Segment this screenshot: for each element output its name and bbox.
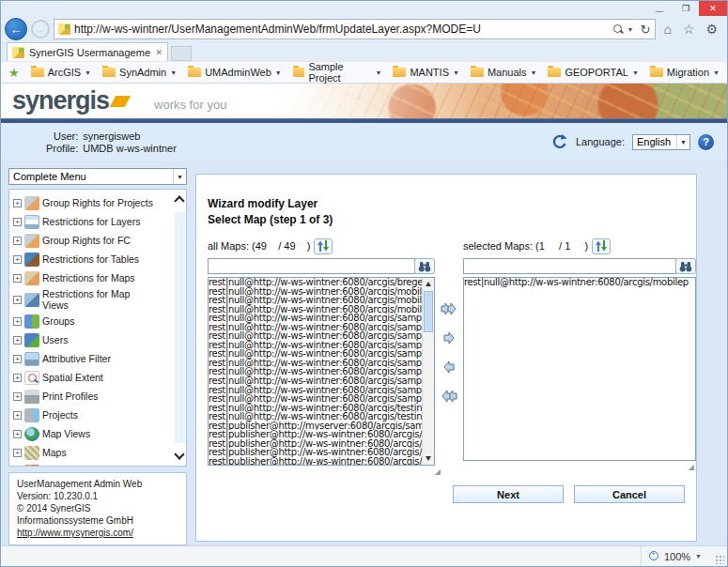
sidebar-item-label[interactable]: Print Profiles <box>42 391 99 403</box>
sidebar-item-label[interactable]: Restrictions for Map Views <box>42 289 144 311</box>
map-list-item[interactable]: rest|null@http://w-ws-wintner:6080/arcgi… <box>209 331 422 341</box>
sidebar-item-maps[interactable]: Maps <box>13 445 173 461</box>
add-selected-button[interactable] <box>439 329 459 347</box>
map-list-item[interactable]: rest|null@http://w-ws-wintner:6080/arcgi… <box>209 278 422 287</box>
map-list-item[interactable]: rest|null@http://w-ws-wintner:6080/arcgi… <box>209 305 422 314</box>
maximize-button[interactable] <box>673 1 699 16</box>
favorites-star-icon[interactable]: ☆ <box>679 22 699 37</box>
favorites-folder[interactable]: Sample Project ▼ <box>293 61 382 84</box>
url-text[interactable]: http://w-ws-wintner/UserManagementAdminW… <box>74 23 610 36</box>
map-list-item[interactable]: rest|null@http://w-ws-wintner:6080/arcgi… <box>209 287 422 297</box>
map-list-item[interactable]: rest|null@http://w-ws-wintner:6080/arcgi… <box>209 323 422 332</box>
language-select[interactable]: English ▼ <box>632 134 690 150</box>
expand-plus-icon[interactable] <box>13 392 22 401</box>
chevron-down-icon[interactable]: ▼ <box>170 69 177 76</box>
back-button[interactable]: ← <box>5 18 27 40</box>
sidebar-item-label[interactable]: Group Rights for Projects <box>42 198 153 209</box>
add-favorite-icon[interactable]: ★ <box>8 66 20 80</box>
expand-plus-icon[interactable] <box>13 449 22 457</box>
favorites-folder-label[interactable]: ArcGIS <box>48 67 81 78</box>
sidebar-item-restrictions-map-views[interactable]: Restrictions for Map Views <box>13 289 173 311</box>
map-list-item[interactable]: rest|publisher@http://w-ws-wintner:6080/… <box>209 448 422 457</box>
reload-profile-icon[interactable] <box>550 133 568 151</box>
sidebar-item-label[interactable]: Restrictions for Maps <box>42 273 135 284</box>
minimize-button[interactable] <box>646 1 673 16</box>
sort-swap-button[interactable] <box>314 238 333 254</box>
close-button[interactable] <box>699 1 727 16</box>
sidebar-item-group-rights-projects[interactable]: Group Rights for Projects <box>13 195 173 211</box>
chevron-down-icon[interactable]: ▼ <box>375 69 381 76</box>
menu-mode-select[interactable]: Complete Menu ▼ <box>8 168 187 185</box>
sidebar-item-restrictions-tables[interactable]: Restrictions for Tables <box>13 252 173 268</box>
favorites-folder[interactable]: GEOPORTAL ▼ <box>548 67 638 78</box>
search-dropdown-icon[interactable]: ▼ <box>627 26 634 33</box>
scroll-up-icon[interactable] <box>174 195 184 206</box>
browser-tab[interactable]: SynerGIS Usermanagement ... ✕ <box>7 42 168 61</box>
map-list-item[interactable]: rest|null@http://w-ws-wintner:6080/arcgi… <box>209 412 422 421</box>
expand-plus-icon[interactable] <box>13 218 22 226</box>
filter-search-button[interactable] <box>675 258 696 274</box>
favorites-folder-label[interactable]: Manuals <box>488 67 527 78</box>
cancel-button[interactable]: Cancel <box>574 485 685 503</box>
selected-maps-listbox[interactable]: rest|null@http://w-ws-wintner:6080/arcgi… <box>463 277 696 461</box>
sidebar-item-label[interactable]: Restrictions for Tables <box>42 254 139 266</box>
chevron-down-icon[interactable]: ▼ <box>632 69 639 76</box>
sidebar-item-label[interactable]: Spatial Extent <box>42 373 103 384</box>
tab-title[interactable]: SynerGIS Usermanagement ... <box>29 47 150 58</box>
zoom-control[interactable]: 100% ▼ <box>641 546 709 566</box>
map-list-item[interactable]: rest|null@http://w-ws-wintner:6080/arcgi… <box>209 341 422 350</box>
scroll-down-icon[interactable] <box>174 449 184 459</box>
sidebar-item-label[interactable]: Maps <box>42 448 67 459</box>
map-list-item[interactable]: rest|publisher@http://myserver:6080/arcg… <box>209 421 422 431</box>
sidebar-item-layers[interactable]: Layers <box>13 464 173 467</box>
map-list-item[interactable]: rest|null@http://w-ws-wintner:6080/arcgi… <box>209 359 422 368</box>
sidebar-item-attributive-filter[interactable]: Attributive Filter <box>13 351 173 367</box>
favorites-folder[interactable]: Manuals ▼ <box>471 67 537 78</box>
listbox-scrollbar[interactable] <box>422 278 434 465</box>
map-list-item[interactable]: rest|null@http://w-ws-wintner:6080/arcgi… <box>209 376 422 386</box>
sidebar-item-projects[interactable]: Projects <box>13 407 173 423</box>
favorites-folder[interactable]: MANTIS ▼ <box>393 67 459 78</box>
sidebar-item-restrictions-layers[interactable]: Restrictions for Layers <box>13 214 173 230</box>
sidebar-item-label[interactable]: Attributive Filter <box>42 354 111 365</box>
sidebar-item-label[interactable]: Users <box>42 335 68 346</box>
expand-plus-icon[interactable] <box>13 411 22 420</box>
remove-all-button[interactable] <box>439 387 459 406</box>
sidebar-item-label[interactable]: Projects <box>42 410 78 421</box>
search-icon[interactable] <box>613 24 624 35</box>
favorites-folder[interactable]: SynAdmin ▼ <box>102 67 177 78</box>
chevron-down-icon[interactable]: ▼ <box>453 69 459 76</box>
remove-selected-button[interactable] <box>439 358 459 376</box>
address-bar[interactable]: http://w-ws-wintner/UserManagementAdminW… <box>54 19 656 39</box>
chevron-down-icon[interactable]: ▼ <box>275 69 282 76</box>
expand-plus-icon[interactable] <box>13 374 22 382</box>
favorites-folder-label[interactable]: Migration <box>667 67 709 78</box>
chevron-down-icon[interactable]: ▼ <box>85 69 91 76</box>
add-all-button[interactable] <box>439 299 459 318</box>
help-icon[interactable]: ? <box>698 134 714 150</box>
zoom-level[interactable]: 100% <box>664 551 690 562</box>
chevron-down-icon[interactable]: ▼ <box>713 69 720 76</box>
favorites-folder[interactable]: UMAdminWeb ▼ <box>188 67 282 78</box>
map-list-item[interactable]: rest|publisher@http://w-ws-wintner:6080/… <box>209 457 422 465</box>
favorites-folder-label[interactable]: GEOPORTAL <box>565 67 627 78</box>
sidebar-item-label[interactable]: Groups <box>42 316 74 328</box>
new-tab-button[interactable] <box>171 46 192 61</box>
forward-button[interactable]: → <box>31 20 50 38</box>
expand-plus-icon[interactable] <box>13 317 22 326</box>
sidebar-item-restrictions-maps[interactable]: Restrictions for Maps <box>13 270 173 286</box>
map-list-item[interactable]: rest|null@http://w-ws-wintner:6080/arcgi… <box>209 296 422 305</box>
resize-handle-icon[interactable]: ◢ <box>689 463 694 471</box>
favorites-folder-label[interactable]: UMAdminWeb <box>205 67 271 78</box>
map-list-item[interactable]: rest|publisher@http://w-ws-wintner:6080/… <box>209 430 422 439</box>
filter-search-button[interactable] <box>414 258 435 274</box>
map-list-item[interactable]: rest|null@http://w-ws-wintner:6080/arcgi… <box>209 404 422 413</box>
all-maps-filter-input[interactable] <box>208 258 415 274</box>
sidebar-item-spatial-extent[interactable]: Spatial Extent <box>13 370 173 386</box>
sidebar-item-users[interactable]: Users <box>13 332 173 348</box>
scroll-up-button[interactable] <box>423 278 434 290</box>
all-maps-listbox[interactable]: rest|null@http://w-ws-wintner:6080/arcgi… <box>208 277 435 466</box>
sidebar-item-label[interactable]: Map Views <box>42 429 90 440</box>
sidebar-item-label[interactable]: Group Rights for FC <box>42 236 131 247</box>
expand-plus-icon[interactable] <box>13 255 22 264</box>
